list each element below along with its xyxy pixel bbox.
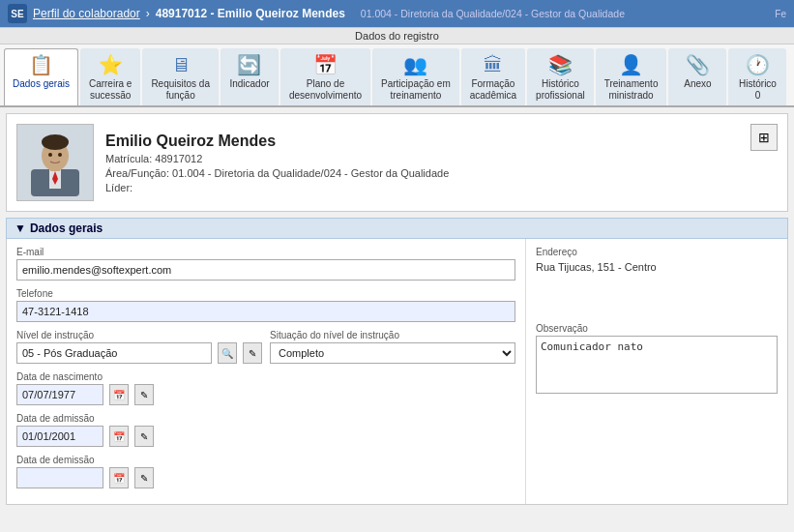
tab-carreira[interactable]: ⭐ Carreira e sucessão — [80, 48, 140, 105]
tab-historico2-label: Histórico 0 — [739, 78, 777, 102]
tab-treinamento-icon: 👤 — [619, 53, 643, 76]
tab-historico-icon: 📚 — [548, 53, 573, 76]
svg-point-7 — [58, 153, 62, 157]
breadcrumb-bar: SE Perfil do colaborador › 48917012 - Em… — [0, 0, 794, 27]
tab-formacao[interactable]: 🏛 Formação acadêmica — [461, 48, 525, 105]
tab-formacao-icon: 🏛 — [484, 53, 503, 76]
data-nasc-label: Data de nascimento — [16, 371, 515, 382]
tab-participacao[interactable]: 👥 Participação em treinamento — [372, 48, 459, 105]
tab-dados-gerais[interactable]: 📋 Dados gerais — [4, 48, 78, 107]
tab-requisitos-label: Requisitos da função — [151, 78, 210, 102]
telefone-input[interactable] — [16, 301, 515, 322]
tab-indicador-icon: 🔄 — [237, 53, 261, 76]
telefone-label: Telefone — [16, 288, 515, 299]
endereco-value: Rua Tijucas, 151 - Centro — [536, 259, 778, 275]
situacao-instrucao-select[interactable]: Completo Incompleto Cursando — [270, 342, 515, 364]
endereco-group: Endereço Rua Tijucas, 151 - Centro — [536, 247, 778, 275]
breadcrumb-separator: › — [146, 7, 150, 20]
tab-carreira-label: Carreira e sucessão — [89, 78, 132, 102]
breadcrumb-parent[interactable]: Perfil do colaborador — [33, 7, 140, 20]
data-admissao-clear-button[interactable]: ✎ — [134, 426, 154, 447]
data-nasc-clear-button[interactable]: ✎ — [134, 384, 154, 405]
profile-card: Emilio Queiroz Mendes Matrícula: 4891701… — [6, 113, 788, 212]
tab-bar: 📋 Dados gerais ⭐ Carreira e sucessão 🖥 R… — [0, 44, 794, 107]
tab-dados-gerais-label: Dados gerais — [13, 78, 70, 90]
observacao-label: Observação — [536, 323, 778, 334]
tab-participacao-icon: 👥 — [403, 53, 427, 76]
tab-historico[interactable]: 📚 Histórico profissional — [527, 48, 594, 105]
svg-point-5 — [42, 134, 69, 150]
data-nasc-calendar-button[interactable]: 📅 — [109, 384, 129, 405]
data-demissao-calendar-button[interactable]: 📅 — [109, 467, 129, 488]
section-collapse-icon: ▼ — [15, 222, 26, 235]
tab-historico2-icon: 🕐 — [746, 53, 770, 76]
instrucao-row: Nível de instrução 🔍 ✎ Situação do nível… — [16, 330, 515, 371]
section-header-dados-gerais[interactable]: ▼ Dados gerais — [6, 218, 788, 239]
tab-treinamento[interactable]: 👤 Treinamento ministrado — [596, 48, 667, 105]
endereco-label: Endereço — [536, 247, 778, 257]
situacao-instrucao-group: Situação do nível de instrução Completo … — [270, 330, 515, 364]
svg-point-6 — [48, 153, 52, 157]
tab-indicador[interactable]: 🔄 Indicador — [221, 48, 279, 105]
tab-plano[interactable]: 📅 Plano de desenvolvimento — [280, 48, 370, 105]
tab-plano-icon: 📅 — [313, 53, 338, 76]
tab-participacao-label: Participação em treinamento — [381, 78, 451, 102]
nivel-instrucao-input[interactable] — [16, 342, 212, 364]
email-label: E-mail — [16, 247, 515, 257]
profile-info: Emilio Queiroz Mendes Matrícula: 4891701… — [105, 133, 449, 193]
tab-treinamento-label: Treinamento ministrado — [604, 78, 659, 102]
app-logo: SE — [8, 4, 27, 23]
observacao-textarea[interactable]: Comunicador nato — [536, 336, 778, 394]
situacao-instrucao-label: Situação do nível de instrução — [270, 330, 515, 340]
section-title: Dados gerais — [30, 222, 103, 235]
data-demissao-clear-button[interactable]: ✎ — [134, 467, 154, 488]
fe-label: Fe — [775, 9, 786, 19]
tabs-section-label: Dados do registro — [0, 27, 794, 44]
main-content: ▼ Dados gerais E-mail Telefone Nível de … — [6, 218, 788, 505]
avatar — [16, 124, 94, 201]
form-left: E-mail Telefone Nível de instrução 🔍 ✎ — [7, 239, 526, 504]
employee-area: Área/Função: 01.004 - Diretoria da Quali… — [105, 167, 449, 179]
data-admissao-label: Data de admissão — [16, 413, 515, 424]
tab-historico-label: Histórico profissional — [536, 78, 585, 102]
email-group: E-mail — [16, 247, 515, 281]
tab-historico2[interactable]: 🕐 Histórico 0 — [728, 48, 786, 105]
nivel-instrucao-edit-button[interactable]: ✎ — [243, 342, 262, 364]
tab-indicador-label: Indicador — [229, 78, 269, 90]
breadcrumb-current: 48917012 - Emilio Queiroz Mendes — [156, 7, 345, 20]
data-demissao-group: Data de demissão 📅 ✎ — [16, 455, 515, 488]
observacao-group: Observação Comunicador nato — [536, 323, 778, 396]
email-input[interactable] — [16, 259, 515, 281]
telefone-group: Telefone — [16, 288, 515, 322]
tab-dados-gerais-icon: 📋 — [29, 53, 53, 76]
nivel-instrucao-search-button[interactable]: 🔍 — [218, 342, 237, 364]
data-admissao-calendar-button[interactable]: 📅 — [109, 426, 129, 447]
tab-carreira-icon: ⭐ — [99, 53, 123, 76]
form-area: E-mail Telefone Nível de instrução 🔍 ✎ — [6, 239, 788, 505]
tab-anexo-label: Anexo — [684, 78, 711, 90]
nivel-instrucao-group: Nível de instrução 🔍 ✎ — [16, 330, 262, 364]
employee-matricula: Matrícula: 48917012 — [105, 153, 449, 164]
employee-name: Emilio Queiroz Mendes — [105, 133, 449, 150]
form-right: Endereço Rua Tijucas, 151 - Centro Obser… — [526, 239, 787, 504]
grid-view-button[interactable]: ⊞ — [750, 124, 778, 151]
data-admissao-input[interactable] — [16, 426, 103, 447]
data-admissao-group: Data de admissão 📅 ✎ — [16, 413, 515, 447]
data-demissao-input[interactable] — [16, 467, 103, 488]
tab-plano-label: Plano de desenvolvimento — [289, 78, 362, 102]
tab-anexo[interactable]: 📎 Anexo — [668, 48, 726, 105]
tab-requisitos[interactable]: 🖥 Requisitos da função — [142, 48, 219, 105]
tab-requisitos-icon: 🖥 — [171, 53, 191, 76]
tab-formacao-label: Formação acadêmica — [470, 78, 516, 102]
avatar-image — [26, 129, 84, 196]
data-nasc-group: Data de nascimento 📅 ✎ — [16, 371, 515, 405]
data-demissao-label: Data de demissão — [16, 455, 515, 465]
data-nasc-input[interactable] — [16, 384, 103, 405]
tab-anexo-icon: 📎 — [686, 53, 710, 76]
breadcrumb-subtitle: 01.004 - Diretoria da Qualidade/024 - Ge… — [361, 8, 625, 19]
nivel-instrucao-label: Nível de instrução — [16, 330, 262, 340]
employee-lider: Líder: — [105, 182, 449, 193]
